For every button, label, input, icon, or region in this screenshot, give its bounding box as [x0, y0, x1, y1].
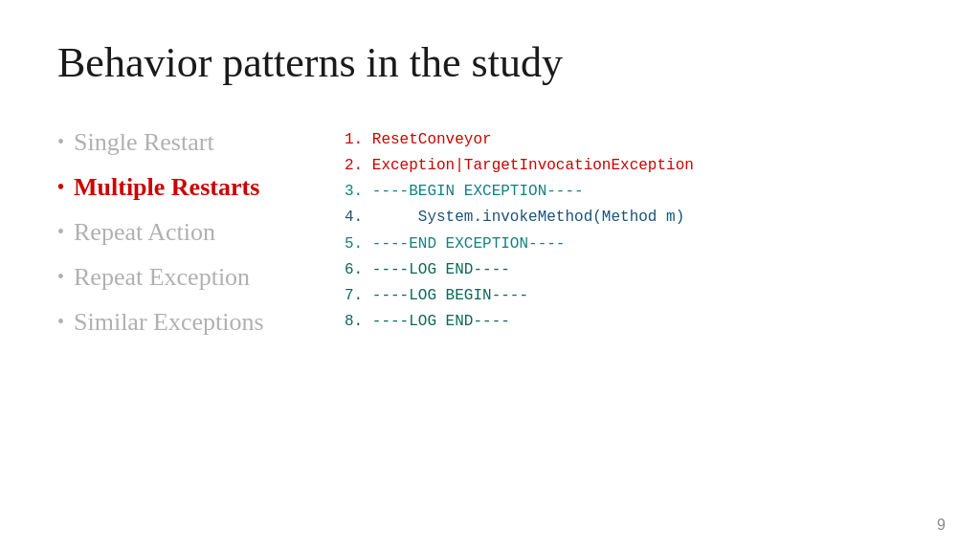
bullet-item: •Repeat Exception	[57, 258, 287, 296]
bullet-item: •Similar Exceptions	[57, 303, 287, 341]
code-line: 5. ----END EXCEPTION----	[345, 231, 694, 257]
bullet-label: Repeat Action	[74, 213, 215, 251]
code-block: 1. ResetConveyor2. Exception|TargetInvoc…	[345, 123, 694, 336]
bullet-item: •Multiple Restarts	[57, 168, 287, 206]
bullet-dot: •	[57, 312, 64, 331]
bullet-label: Multiple Restarts	[74, 168, 259, 206]
bullet-item: •Repeat Action	[57, 213, 287, 251]
slide-title: Behavior patterns in the study	[57, 38, 923, 89]
bullet-dot: •	[57, 177, 64, 196]
code-line: 7. ----LOG BEGIN----	[345, 283, 694, 309]
code-line: 1. ResetConveyor	[345, 127, 694, 153]
code-line: 4. System.invokeMethod(Method m)	[345, 205, 694, 231]
slide: Behavior patterns in the study •Single R…	[0, 0, 980, 551]
code-line: 6. ----LOG END----	[345, 257, 694, 283]
bullet-label: Repeat Exception	[74, 258, 250, 296]
bullet-label: Single Restart	[74, 123, 214, 161]
bullet-dot: •	[57, 267, 64, 286]
page-number: 9	[937, 517, 946, 534]
code-line: 3. ----BEGIN EXCEPTION----	[345, 179, 694, 205]
bullet-dot: •	[57, 132, 64, 151]
code-line: 2. Exception|TargetInvocationException	[345, 153, 694, 179]
bullet-list: •Single Restart•Multiple Restarts•Repeat…	[57, 123, 287, 348]
bullet-label: Similar Exceptions	[74, 303, 264, 341]
code-line: 8. ----LOG END----	[345, 309, 694, 335]
bullet-item: •Single Restart	[57, 123, 287, 161]
content-area: •Single Restart•Multiple Restarts•Repeat…	[57, 123, 923, 348]
bullet-dot: •	[57, 222, 64, 241]
